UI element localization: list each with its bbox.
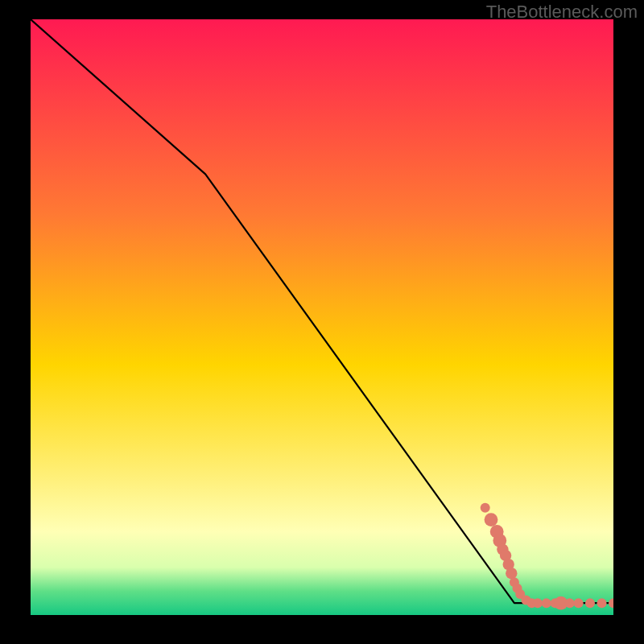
scatter-point: [506, 568, 517, 579]
scatter-point: [542, 598, 551, 608]
plot-area: [31, 19, 613, 615]
attribution-label: TheBottleneck.com: [486, 2, 638, 23]
scatter-point: [485, 513, 498, 526]
scatter-point: [609, 598, 613, 608]
scatter-point: [565, 598, 575, 608]
scatter-markers: [31, 19, 613, 615]
scatter-point: [585, 598, 595, 608]
scatter-point: [481, 503, 490, 513]
scatter-point: [574, 598, 584, 608]
scatter-point: [533, 598, 543, 608]
scatter-point: [597, 598, 607, 608]
chart-container: TheBottleneck.com: [0, 0, 644, 644]
